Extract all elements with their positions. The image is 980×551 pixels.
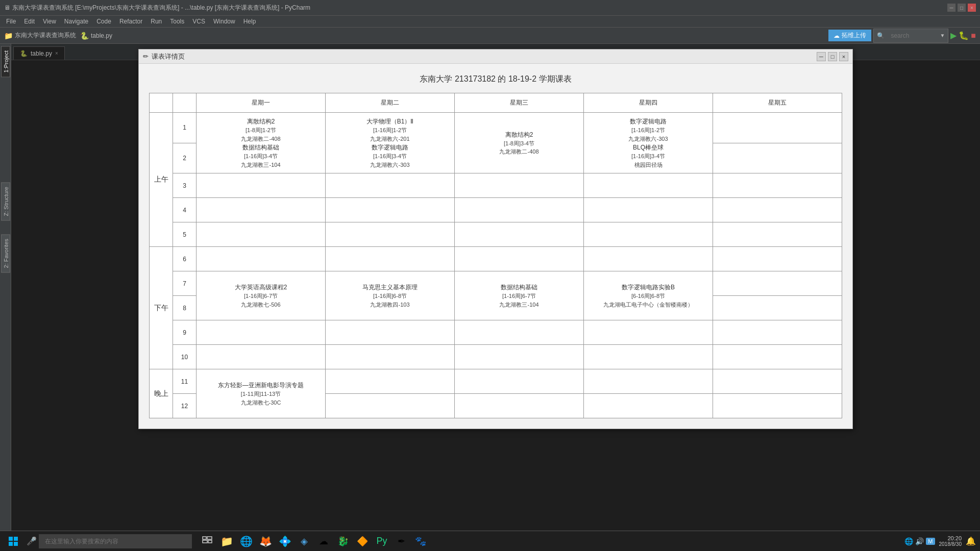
thu-morning-cell: 数字逻辑电路 [1-16周]1-2节 九龙湖教六-303 BLQ棒垒球 [1-1… — [584, 113, 713, 173]
start-button[interactable] — [4, 532, 22, 550]
svg-rect-5 — [207, 537, 212, 539]
vscode-button[interactable]: ◈ — [295, 532, 313, 550]
edit-icon: ✏ — [143, 53, 149, 60]
upload-button[interactable]: ☁ 拓维上传 — [828, 30, 871, 41]
slot-10: 10 — [173, 345, 197, 369]
app3-button[interactable]: ✒ — [392, 532, 410, 550]
header-monday: 星期一 — [197, 93, 326, 113]
wed-afternoon-cell: 数据结构基础 [1-16周]6-7节 九龙湖教三-104 — [455, 271, 584, 320]
header-empty — [150, 93, 173, 113]
menu-edit[interactable]: Edit — [20, 17, 39, 26]
ime-indicator[interactable]: M — [926, 538, 935, 545]
stop-icon[interactable]: ■ — [971, 31, 976, 40]
dialog-close-button[interactable]: × — [839, 52, 848, 61]
app1-button[interactable]: 🐉 — [334, 532, 352, 550]
fri-slot12-cell — [713, 394, 842, 418]
app4-button[interactable]: 🐾 — [411, 532, 430, 550]
dialog-maximize-button[interactable]: □ — [828, 52, 837, 61]
sound-icon[interactable]: 🔊 — [915, 537, 924, 545]
run-icon[interactable]: ▶ — [950, 31, 957, 40]
dropdown-icon: ▼ — [940, 33, 945, 38]
fri-slot8-cell — [713, 296, 842, 320]
maximize-button[interactable]: □ — [958, 4, 966, 12]
svg-rect-1 — [14, 537, 18, 541]
app2-button[interactable]: 🔶 — [353, 532, 372, 550]
menu-run[interactable]: Run — [146, 17, 166, 26]
slot-3: 3 — [173, 173, 197, 198]
search-icon: 🔍 — [877, 32, 885, 39]
mon-slot10-cell — [197, 345, 326, 369]
taskbar-search-input[interactable] — [39, 534, 192, 548]
fri-slot4-cell — [713, 198, 842, 222]
firefox-button[interactable]: 🦊 — [256, 532, 275, 550]
sidebar-item-favorites[interactable]: 2: Favorites — [1, 234, 10, 272]
python-icon: 🐍 — [80, 32, 89, 40]
sidebar-item-structure[interactable]: Z: Structure — [1, 182, 10, 220]
thu-afternoon-cell: 数字逻辑电路实验B [6-16周]6-8节 九龙湖电工电子中心（金智楼南楼） — [584, 271, 713, 320]
menu-vcs[interactable]: VCS — [188, 17, 209, 26]
toolbar: 📁 东南大学课表查询系统 🐍 table.py ☁ 拓维上传 🔍 ▼ ▶ 🐛 ■ — [0, 28, 980, 44]
sidebar-item-project[interactable]: 1:Project — [1, 46, 10, 77]
mon-slot6-cell — [197, 247, 326, 271]
wed-slot11-cell — [455, 369, 584, 394]
file-tab[interactable]: 🐍 table.py — [80, 32, 112, 40]
tue-slot5-cell — [326, 222, 455, 247]
tue-slot12-cell — [326, 394, 455, 418]
project-folder[interactable]: 📁 东南大学课表查询系统 — [4, 31, 76, 40]
slot-11: 11 — [173, 369, 197, 394]
dialog: ✏ 课表详情页 ─ □ × 东南大学 213173182 的 18-19-2 学… — [138, 49, 853, 429]
mon-morning-cell: 离散结构2 [1-8周]1-2节 九龙湖教二-408 数据结构基础 [1-16周… — [197, 113, 326, 173]
notification-button[interactable]: 🔔 — [966, 536, 976, 546]
wed-slot3-cell — [455, 173, 584, 198]
slot-12: 12 — [173, 394, 197, 418]
menu-navigate[interactable]: Navigate — [60, 17, 92, 26]
menu-view[interactable]: View — [39, 17, 60, 26]
header-friday: 星期五 — [713, 93, 842, 113]
windows-icon — [8, 536, 18, 546]
file-name: table.py — [91, 32, 112, 39]
pycharm-button[interactable]: Py — [373, 532, 391, 550]
mon-slot4-cell — [197, 198, 326, 222]
baiducloud-button[interactable]: ☁ — [314, 532, 333, 550]
mic-icon[interactable]: 🎤 — [27, 536, 37, 546]
network-icon[interactable]: 🌐 — [904, 537, 913, 545]
cloud-icon: ☁ — [834, 32, 840, 39]
menu-refactor[interactable]: Refactor — [115, 17, 146, 26]
fri-slot10-cell — [713, 345, 842, 369]
menu-help[interactable]: Help — [239, 17, 260, 26]
table-row: 4 — [150, 198, 842, 222]
slot-1: 1 — [173, 113, 197, 143]
table-row: 3 — [150, 173, 842, 198]
table-row: 10 — [150, 345, 842, 369]
dialog-overlay: ✏ 课表详情页 ─ □ × 东南大学 213173182 的 18-19-2 学… — [11, 44, 980, 531]
dialog-minimize-button[interactable]: ─ — [817, 52, 826, 61]
table-row: 5 — [150, 222, 842, 247]
slot-9: 9 — [173, 320, 197, 345]
minimize-button[interactable]: ─ — [947, 4, 955, 12]
tue-morning-cell: 大学物理（B1）Ⅱ [1-16周]1-2节 九龙湖教六-201 数字逻辑电路 [… — [326, 113, 455, 173]
close-button[interactable]: × — [968, 4, 976, 12]
slot-5: 5 — [173, 222, 197, 247]
wed-slot12-cell — [455, 394, 584, 418]
explorer-button[interactable]: 📁 — [217, 532, 236, 550]
thu-slot4-cell — [584, 198, 713, 222]
debug-icon[interactable]: 🐛 — [959, 31, 969, 40]
wed-slot5-cell — [455, 222, 584, 247]
table-row: 7 大学英语高级课程2 [1-16周]6-7节 九龙湖教七-506 — [150, 271, 842, 296]
chrome-button[interactable]: 🌐 — [237, 532, 255, 550]
search-input[interactable] — [887, 30, 938, 41]
mon-slot9-cell — [197, 320, 326, 345]
tue-slot3-cell — [326, 173, 455, 198]
wed-slot4-cell — [455, 198, 584, 222]
menu-file[interactable]: File — [2, 17, 20, 26]
slot-6: 6 — [173, 247, 197, 271]
menu-tools[interactable]: Tools — [166, 17, 188, 26]
mon-slot5-cell — [197, 222, 326, 247]
vs-button[interactable]: 💠 — [276, 532, 294, 550]
svg-rect-6 — [203, 540, 207, 543]
taskview-button[interactable] — [198, 532, 216, 550]
menu-code[interactable]: Code — [92, 17, 115, 26]
fri-slot1-cell — [713, 113, 842, 143]
menu-window[interactable]: Window — [209, 17, 239, 26]
clock[interactable]: 20:20 2018/8/30 — [939, 535, 962, 547]
